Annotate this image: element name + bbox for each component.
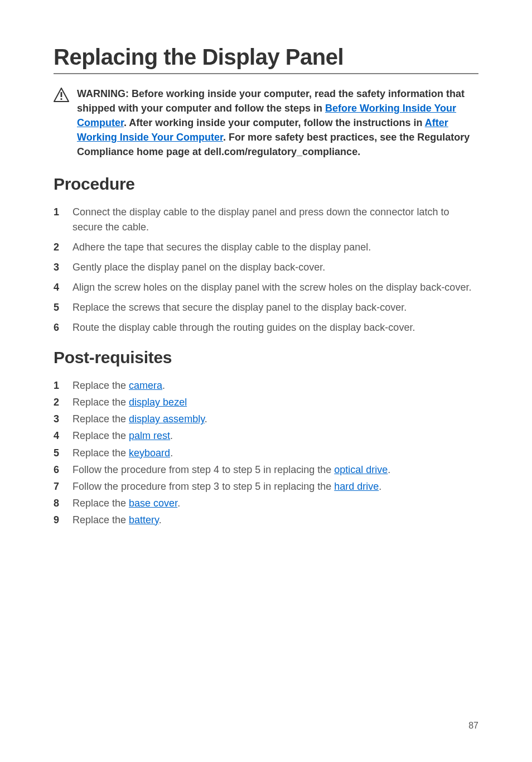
list-item: 3Replace the display assembly. <box>54 412 478 426</box>
step-number: 5 <box>54 446 62 460</box>
warning-block: WARNING: Before working inside your comp… <box>54 86 478 159</box>
step-text: Route the display cable through the rout… <box>72 320 478 335</box>
procedure-heading: Procedure <box>54 175 478 194</box>
step-number: 6 <box>54 462 62 477</box>
step-number: 1 <box>54 205 62 219</box>
list-item: 1Replace the camera. <box>54 378 478 393</box>
step-text: Align the screw holes on the display pan… <box>72 280 478 295</box>
list-item: 8Replace the base cover. <box>54 496 478 510</box>
svg-rect-2 <box>61 98 62 100</box>
list-item: 1Connect the display cable to the displa… <box>54 205 478 234</box>
step-number: 5 <box>54 300 62 315</box>
step-number: 4 <box>54 428 62 443</box>
list-item: 5Replace the keyboard. <box>54 446 478 460</box>
list-item: 4Replace the palm rest. <box>54 428 478 443</box>
step-text: Replace the display assembly. <box>72 412 478 426</box>
step-number: 9 <box>54 513 62 527</box>
procedure-list: 1Connect the display cable to the displa… <box>54 205 478 335</box>
link-palm-rest[interactable]: palm rest <box>129 430 170 441</box>
page-title: Replacing the Display Panel <box>54 45 478 74</box>
link-camera[interactable]: camera <box>129 380 162 391</box>
warning-icon <box>54 88 69 104</box>
step-text: Replace the base cover. <box>72 496 478 510</box>
link-battery[interactable]: battery <box>129 514 159 525</box>
list-item: 7Follow the procedure from step 3 to ste… <box>54 479 478 494</box>
list-item: 6Follow the procedure from step 4 to ste… <box>54 462 478 477</box>
list-item: 3Gently place the display panel on the d… <box>54 260 478 274</box>
step-text: Replace the screws that secure the displ… <box>72 300 478 315</box>
step-number: 2 <box>54 240 62 254</box>
list-item: 6Route the display cable through the rou… <box>54 320 478 335</box>
list-item: 2Replace the display bezel <box>54 395 478 409</box>
step-number: 7 <box>54 479 62 494</box>
step-text: Follow the procedure from step 4 to step… <box>72 462 478 477</box>
link-base-cover[interactable]: base cover <box>129 498 177 509</box>
step-number: 8 <box>54 496 62 510</box>
step-text: Replace the palm rest. <box>72 428 478 443</box>
step-number: 2 <box>54 395 62 409</box>
step-number: 3 <box>54 260 62 274</box>
warning-mid1: . After working inside your computer, fo… <box>124 117 425 128</box>
list-item: 4Align the screw holes on the display pa… <box>54 280 478 295</box>
warning-text: WARNING: Before working inside your comp… <box>77 86 478 159</box>
step-text: Follow the procedure from step 3 to step… <box>72 479 478 494</box>
step-text: Replace the camera. <box>72 378 478 393</box>
link-display-assembly[interactable]: display assembly <box>129 413 205 425</box>
step-number: 6 <box>54 320 62 335</box>
link-keyboard[interactable]: keyboard <box>129 447 170 459</box>
step-number: 1 <box>54 378 62 393</box>
list-item: 2Adhere the tape that secures the displa… <box>54 240 478 254</box>
step-text: Replace the display bezel <box>72 395 478 409</box>
step-text: Connect the display cable to the display… <box>72 205 478 234</box>
svg-rect-1 <box>61 92 62 97</box>
post-requisites-list: 1Replace the camera. 2Replace the displa… <box>54 378 478 527</box>
link-optical-drive[interactable]: optical drive <box>334 464 388 475</box>
list-item: 5Replace the screws that secure the disp… <box>54 300 478 315</box>
step-text: Replace the keyboard. <box>72 446 478 460</box>
step-number: 3 <box>54 412 62 426</box>
post-requisites-heading: Post-requisites <box>54 348 478 367</box>
step-text: Replace the battery. <box>72 513 478 527</box>
link-display-bezel[interactable]: display bezel <box>129 397 187 408</box>
page-number: 87 <box>468 721 478 731</box>
step-number: 4 <box>54 280 62 295</box>
link-hard-drive[interactable]: hard drive <box>334 481 379 492</box>
list-item: 9Replace the battery. <box>54 513 478 527</box>
step-text: Gently place the display panel on the di… <box>72 260 478 274</box>
step-text: Adhere the tape that secures the display… <box>72 240 478 254</box>
